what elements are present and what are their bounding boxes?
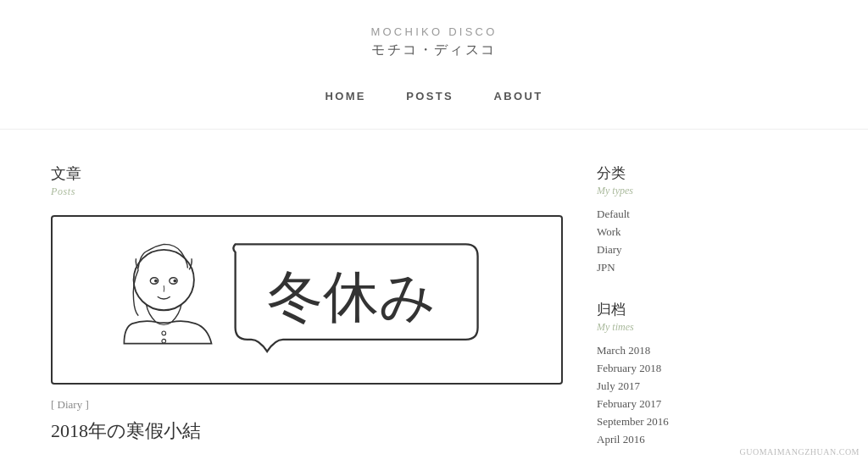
- list-item: September 2016: [597, 415, 817, 429]
- sidebar-type-link[interactable]: Diary: [597, 243, 622, 256]
- sidebar-archive-heading-en: My times: [597, 321, 817, 334]
- sidebar-archive-link[interactable]: February 2017: [597, 397, 661, 410]
- svg-text:冬休み: 冬休み: [267, 267, 437, 328]
- site-header: MOCHIKO DISCO モチコ・ディスコ: [0, 0, 868, 76]
- sidebar-archive-link[interactable]: February 2018: [597, 362, 661, 374]
- sidebar-type-link[interactable]: JPN: [597, 261, 615, 274]
- list-item: Work: [597, 225, 817, 239]
- post-title: 2018年の寒假小結: [51, 418, 563, 444]
- sidebar-archive-link[interactable]: April 2016: [597, 433, 645, 446]
- sidebar-type-link[interactable]: Default: [597, 208, 630, 220]
- sidebar-types-list: DefaultWorkDiaryJPN: [597, 208, 817, 274]
- list-item: February 2018: [597, 362, 817, 375]
- sidebar-archive-list: March 2018February 2018July 2017February…: [597, 344, 817, 446]
- list-item: March 2018: [597, 344, 817, 357]
- site-title-en: MOCHIKO DISCO: [0, 25, 868, 38]
- list-item: July 2017: [597, 379, 817, 393]
- sidebar-archive-link[interactable]: July 2017: [597, 379, 640, 392]
- list-item: Diary: [597, 243, 817, 257]
- section-heading-ja: 文章: [51, 163, 563, 184]
- sidebar-types-heading-en: My types: [597, 185, 817, 197]
- sidebar-archive-link[interactable]: March 2018: [597, 344, 650, 357]
- list-item: February 2017: [597, 397, 817, 411]
- sidebar-types-section: 分类 My types DefaultWorkDiaryJPN: [597, 163, 817, 274]
- post-featured-image: 冬休み: [51, 215, 563, 385]
- page-wrapper: 文章 Posts: [0, 138, 868, 465]
- list-item: Default: [597, 208, 817, 221]
- post-category: [ Diary ]: [51, 398, 563, 412]
- sidebar-archive-link[interactable]: September 2016: [597, 415, 669, 428]
- section-heading-en: Posts: [51, 185, 563, 198]
- svg-point-4: [154, 280, 158, 283]
- sidebar: 分类 My types DefaultWorkDiaryJPN 归档 My ti…: [597, 163, 817, 465]
- sidebar-archive-heading-ja: 归档: [597, 300, 817, 319]
- main-nav: HOME POSTS ABOUT: [0, 76, 868, 130]
- svg-point-5: [174, 280, 177, 283]
- nav-home[interactable]: HOME: [325, 90, 365, 102]
- list-item: JPN: [597, 261, 817, 274]
- sidebar-type-link[interactable]: Work: [597, 225, 621, 238]
- watermark: GUOMAIMANGZHUAN.COM: [740, 447, 860, 457]
- nav-about[interactable]: ABOUT: [494, 90, 543, 102]
- post-sketch-svg: 冬休み: [53, 217, 561, 383]
- list-item: April 2016: [597, 433, 817, 446]
- site-title-ja: モチコ・ディスコ: [0, 42, 868, 59]
- main-content: 文章 Posts: [51, 163, 563, 465]
- nav-posts[interactable]: POSTS: [406, 90, 453, 102]
- sidebar-types-heading-ja: 分类: [597, 163, 817, 183]
- sidebar-archive-section: 归档 My times March 2018February 2018July …: [597, 300, 817, 446]
